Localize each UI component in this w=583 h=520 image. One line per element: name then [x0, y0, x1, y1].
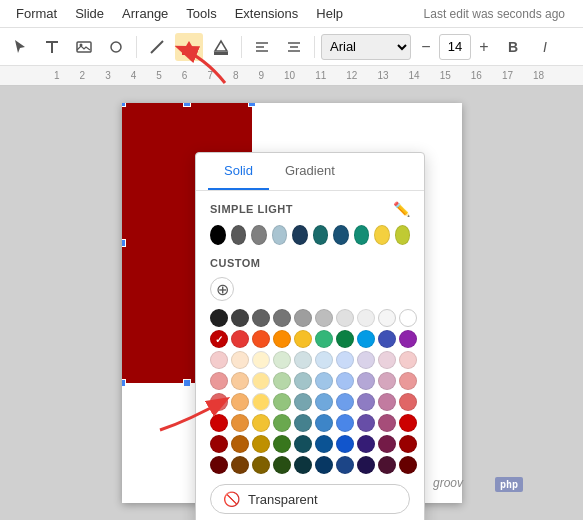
- color-cell[interactable]: [210, 435, 228, 453]
- color-cell[interactable]: [336, 330, 354, 348]
- color-cell[interactable]: [252, 330, 270, 348]
- selection-handle-tm[interactable]: [183, 103, 191, 107]
- color-cell[interactable]: [273, 393, 291, 411]
- color-cell[interactable]: [357, 330, 375, 348]
- color-cell[interactable]: [336, 351, 354, 369]
- color-cell[interactable]: [273, 456, 291, 474]
- color-cell[interactable]: [399, 372, 417, 390]
- simple-color-blue[interactable]: [333, 225, 349, 245]
- tab-gradient[interactable]: Gradient: [269, 153, 351, 190]
- color-cell[interactable]: [210, 372, 228, 390]
- text-tool-btn[interactable]: [38, 33, 66, 61]
- align-left-btn[interactable]: [248, 33, 276, 61]
- color-cell[interactable]: [294, 330, 312, 348]
- simple-color-gray[interactable]: [251, 225, 267, 245]
- color-cell[interactable]: [378, 372, 396, 390]
- selection-handle-tl[interactable]: [122, 103, 126, 107]
- color-cell[interactable]: [378, 393, 396, 411]
- font-size-decrease-btn[interactable]: −: [415, 36, 437, 58]
- color-cell[interactable]: [252, 351, 270, 369]
- color-cell[interactable]: [252, 456, 270, 474]
- color-cell[interactable]: [294, 372, 312, 390]
- italic-btn[interactable]: I: [531, 33, 559, 61]
- color-cell[interactable]: [252, 372, 270, 390]
- color-cell[interactable]: [378, 456, 396, 474]
- selection-handle-bm[interactable]: [183, 379, 191, 387]
- border-color-btn[interactable]: [207, 33, 235, 61]
- simple-color-navy[interactable]: [292, 225, 308, 245]
- color-cell[interactable]: [378, 330, 396, 348]
- color-cell[interactable]: [231, 435, 249, 453]
- menu-format[interactable]: Format: [8, 4, 65, 23]
- simple-color-black[interactable]: [210, 225, 226, 245]
- color-cell[interactable]: [273, 309, 291, 327]
- color-cell[interactable]: [315, 435, 333, 453]
- color-cell[interactable]: [336, 414, 354, 432]
- select-tool-btn[interactable]: [6, 33, 34, 61]
- color-cell[interactable]: [294, 393, 312, 411]
- bold-btn[interactable]: B: [499, 33, 527, 61]
- align-center-btn[interactable]: [280, 33, 308, 61]
- color-cell[interactable]: [315, 372, 333, 390]
- color-cell[interactable]: [399, 393, 417, 411]
- color-cell[interactable]: [315, 330, 333, 348]
- color-cell[interactable]: [294, 435, 312, 453]
- simple-color-green[interactable]: [354, 225, 370, 245]
- color-cell[interactable]: [357, 372, 375, 390]
- color-cell[interactable]: [273, 330, 291, 348]
- color-cell[interactable]: [336, 456, 354, 474]
- simple-color-lime[interactable]: [395, 225, 411, 245]
- color-cell[interactable]: [357, 435, 375, 453]
- color-cell[interactable]: [231, 393, 249, 411]
- color-cell[interactable]: [399, 456, 417, 474]
- color-cell[interactable]: [294, 309, 312, 327]
- color-cell[interactable]: [210, 393, 228, 411]
- color-cell[interactable]: [378, 309, 396, 327]
- selection-handle-ml[interactable]: [122, 239, 126, 247]
- color-cell[interactable]: [315, 456, 333, 474]
- color-cell[interactable]: [336, 309, 354, 327]
- color-cell[interactable]: [252, 393, 270, 411]
- color-cell[interactable]: [378, 414, 396, 432]
- color-cell[interactable]: [378, 351, 396, 369]
- color-cell[interactable]: [357, 456, 375, 474]
- color-cell[interactable]: [210, 309, 228, 327]
- color-cell[interactable]: [399, 414, 417, 432]
- menu-help[interactable]: Help: [308, 4, 351, 23]
- color-cell[interactable]: [399, 435, 417, 453]
- menu-tools[interactable]: Tools: [178, 4, 224, 23]
- transparent-btn[interactable]: 🚫 Transparent: [210, 484, 410, 514]
- color-cell[interactable]: [399, 309, 417, 327]
- shape-btn[interactable]: [102, 33, 130, 61]
- simple-color-yellow[interactable]: [374, 225, 390, 245]
- color-cell[interactable]: [210, 456, 228, 474]
- simple-color-teal[interactable]: [313, 225, 329, 245]
- line-tool-btn[interactable]: [143, 33, 171, 61]
- color-cell-selected[interactable]: [210, 330, 228, 348]
- color-cell[interactable]: [294, 414, 312, 432]
- color-cell[interactable]: [399, 330, 417, 348]
- color-cell[interactable]: [231, 309, 249, 327]
- color-cell[interactable]: [294, 351, 312, 369]
- color-cell[interactable]: [231, 456, 249, 474]
- color-cell[interactable]: [357, 414, 375, 432]
- color-cell[interactable]: [315, 393, 333, 411]
- color-cell[interactable]: [231, 414, 249, 432]
- color-cell[interactable]: [315, 414, 333, 432]
- color-cell[interactable]: [336, 372, 354, 390]
- color-cell[interactable]: [399, 351, 417, 369]
- color-cell[interactable]: [315, 351, 333, 369]
- color-cell[interactable]: [294, 456, 312, 474]
- color-cell[interactable]: [357, 351, 375, 369]
- selection-handle-tr[interactable]: [248, 103, 256, 107]
- color-cell[interactable]: [210, 351, 228, 369]
- color-cell[interactable]: [273, 435, 291, 453]
- color-cell[interactable]: [231, 372, 249, 390]
- fill-color-btn[interactable]: [175, 33, 203, 61]
- color-cell[interactable]: [231, 330, 249, 348]
- font-size-increase-btn[interactable]: +: [473, 36, 495, 58]
- color-cell[interactable]: [273, 351, 291, 369]
- color-cell[interactable]: [357, 309, 375, 327]
- font-size-input[interactable]: [439, 34, 471, 60]
- edit-simple-icon[interactable]: ✏️: [393, 201, 411, 217]
